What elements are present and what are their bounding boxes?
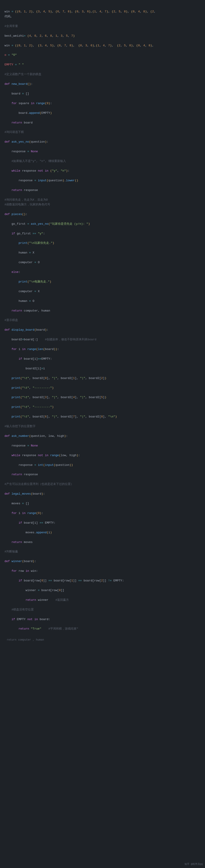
code-container: win = ((0, 1, 2), (3, 4, 5), (6, 7, 8), … <box>0 0 205 868</box>
watermark: 知乎 @程序员QQ <box>184 862 203 866</box>
code-block: win = ((0, 1, 2), (3, 4, 5), (6, 7, 8), … <box>4 4 201 636</box>
return-statement: return computer , human <box>4 638 201 642</box>
